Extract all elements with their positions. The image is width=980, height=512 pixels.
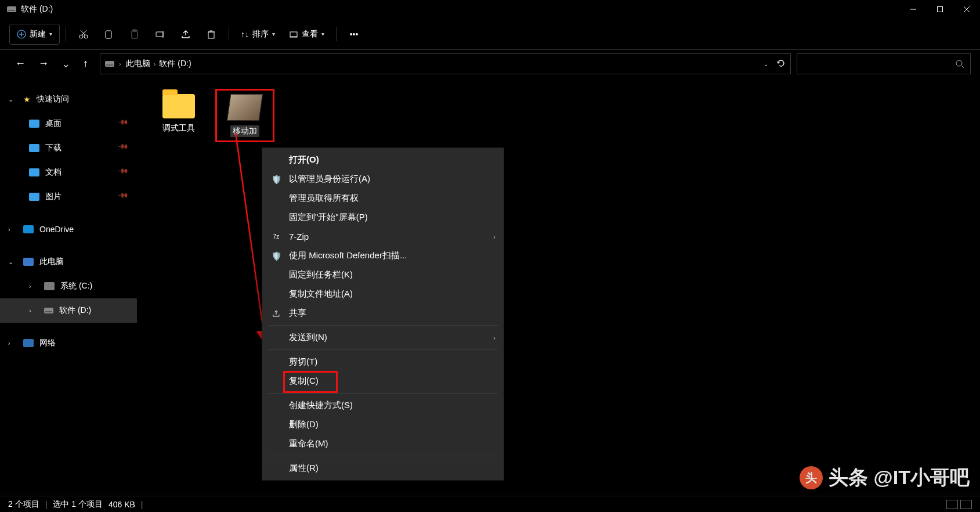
- address-dropdown[interactable]: ⌄: [764, 61, 768, 67]
- ctx-rename[interactable]: 重命名(M): [262, 434, 504, 453]
- context-menu: 打开(O) 🛡️以管理员身份运行(A) 管理员取得所有权 固定到"开始"屏幕(P…: [262, 147, 504, 481]
- ctx-pinstart[interactable]: 固定到"开始"屏幕(P): [262, 208, 504, 227]
- sidebar-item-label: 桌面: [45, 118, 62, 129]
- up-button[interactable]: ↑: [83, 57, 88, 70]
- ctx-sendto[interactable]: 发送到(N)›: [262, 328, 504, 347]
- view-icons-button[interactable]: [960, 500, 972, 509]
- separator: [268, 456, 498, 456]
- chevron-down-icon: ▾: [321, 31, 324, 37]
- svg-line-23: [236, 133, 265, 339]
- folder-icon: [29, 120, 39, 128]
- ctx-share[interactable]: 共享: [262, 304, 504, 323]
- pin-icon: 📌: [117, 165, 132, 180]
- search-input[interactable]: [797, 53, 971, 74]
- status-size: 406 KB: [109, 500, 135, 509]
- sidebar-item-label: 文档: [45, 167, 62, 178]
- sidebar-item-software-d[interactable]: ›软件 (D:): [0, 298, 137, 323]
- ctx-copy[interactable]: 复制(C): [262, 372, 504, 391]
- window-title: 软件 (D:): [21, 4, 53, 15]
- sidebar-item-network[interactable]: › 网络: [0, 331, 137, 355]
- divider: [229, 27, 229, 41]
- chevron-right-icon: ›: [29, 283, 38, 290]
- sidebar-item-pictures[interactable]: 图片 📌: [0, 185, 137, 209]
- status-bar: 2 个项目 | 选中 1 个项目 406 KB |: [0, 496, 980, 512]
- onedrive-icon: [23, 225, 34, 233]
- cut-button[interactable]: [72, 24, 95, 45]
- status-selected: 选中 1 个项目: [53, 499, 103, 510]
- ctx-runadmin[interactable]: 🛡️以管理员身份运行(A): [262, 170, 504, 189]
- ctx-defender[interactable]: 🛡️使用 Microsoft Defender扫描...: [262, 246, 504, 265]
- sidebar-item-downloads[interactable]: 下载 📌: [0, 136, 137, 160]
- share-button[interactable]: [174, 24, 197, 45]
- paste-button[interactable]: [123, 24, 146, 45]
- ctx-properties[interactable]: 属性(R): [262, 459, 504, 478]
- view-details-button[interactable]: [946, 500, 958, 509]
- sort-label: 排序: [252, 29, 269, 39]
- watermark-icon: 头: [800, 466, 823, 489]
- ctx-copypath[interactable]: 复制文件地址(A): [262, 284, 504, 304]
- forward-button[interactable]: →: [38, 57, 49, 70]
- pc-icon: [23, 258, 34, 266]
- ctx-7zip[interactable]: 7z7-Zip›: [262, 227, 504, 246]
- divider: |: [141, 500, 143, 509]
- back-button[interactable]: ←: [15, 57, 26, 70]
- svg-point-7: [79, 35, 83, 38]
- new-button[interactable]: 新建 ▾: [9, 24, 60, 45]
- history-button[interactable]: ⌄: [62, 57, 70, 70]
- breadcrumb-drive[interactable]: 软件 (D:): [159, 59, 191, 69]
- file-item[interactable]: 调式工具: [151, 91, 207, 140]
- chevron-right-icon: ›: [119, 60, 121, 67]
- drive-icon: [44, 308, 53, 313]
- network-icon: [23, 339, 34, 347]
- ctx-cut[interactable]: 剪切(T): [262, 352, 504, 372]
- sidebar-item-label: 此电脑: [39, 257, 64, 267]
- shield-icon: 🛡️: [270, 175, 282, 184]
- chevron-right-icon: ›: [29, 307, 38, 314]
- file-item-selected[interactable]: 移动加: [217, 91, 273, 140]
- sidebar-item-documents[interactable]: 文档 📌: [0, 160, 137, 185]
- breadcrumb-pc[interactable]: 此电脑: [126, 59, 150, 69]
- chevron-down-icon: ⌄: [8, 96, 17, 103]
- pin-icon: 📌: [117, 116, 132, 131]
- view-button[interactable]: 查看 ▾: [283, 24, 330, 45]
- chevron-right-icon: ›: [493, 233, 496, 240]
- minimize-button[interactable]: [900, 0, 927, 19]
- delete-button[interactable]: [200, 24, 223, 45]
- address-bar[interactable]: › 此电脑 › 软件 (D:) ⌄: [100, 53, 791, 74]
- view-icon: [289, 30, 298, 39]
- ctx-open[interactable]: 打开(O): [262, 150, 504, 170]
- toolbar: 新建 ▾ ↑↓ 排序 ▾ 查看 ▾ •••: [0, 19, 980, 50]
- separator: [268, 393, 498, 394]
- sidebar-item-desktop[interactable]: 桌面 📌: [0, 111, 137, 136]
- sort-button[interactable]: ↑↓ 排序 ▾: [235, 24, 281, 45]
- ctx-delete[interactable]: 删除(D): [262, 415, 504, 434]
- chevron-right-icon: ›: [493, 334, 496, 341]
- plus-icon: [17, 30, 26, 39]
- sort-icon: ↑↓: [241, 30, 249, 39]
- rename-button[interactable]: [149, 24, 172, 45]
- maximize-button[interactable]: [927, 0, 953, 19]
- svg-rect-1: [938, 7, 943, 12]
- refresh-button[interactable]: [776, 59, 786, 70]
- chevron-down-icon: ▾: [272, 31, 275, 37]
- folder-icon: [227, 94, 263, 121]
- folder-icon: [29, 193, 39, 201]
- chevron-down-icon: ⌄: [8, 258, 17, 266]
- more-button[interactable]: •••: [342, 24, 366, 45]
- shield-icon: 🛡️: [270, 251, 282, 261]
- sidebar-item-quick-access[interactable]: ⌄ ★ 快速访问: [0, 87, 137, 111]
- item-label: 移动加: [230, 125, 259, 137]
- drive-icon: [7, 6, 16, 12]
- sidebar-item-system-c[interactable]: ›系统 (C:): [0, 274, 137, 298]
- ctx-pintaskbar[interactable]: 固定到任务栏(K): [262, 265, 504, 284]
- ctx-shortcut[interactable]: 创建快捷方式(S): [262, 396, 504, 415]
- ctx-adminown[interactable]: 管理员取得所有权: [262, 189, 504, 208]
- close-button[interactable]: [953, 0, 980, 19]
- nav-row: ← → ⌄ ↑ › 此电脑 › 软件 (D:) ⌄: [0, 50, 980, 78]
- sidebar-item-onedrive[interactable]: › OneDrive: [0, 217, 137, 241]
- svg-point-21: [956, 60, 962, 66]
- separator: [268, 325, 498, 326]
- sidebar-item-thispc[interactable]: ⌄ 此电脑: [0, 250, 137, 274]
- sidebar-item-label: 下载: [45, 143, 62, 153]
- copy-button[interactable]: [97, 24, 121, 45]
